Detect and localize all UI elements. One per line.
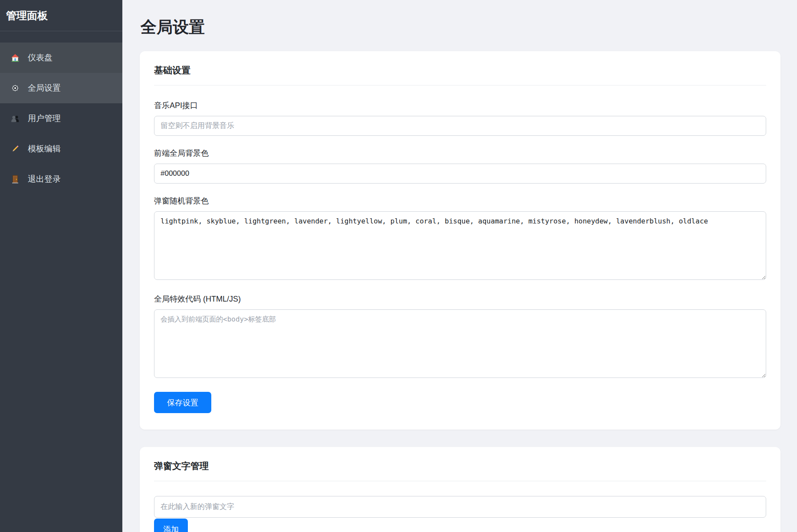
sidebar-item-label: 全局设置 xyxy=(28,82,61,94)
popup-colors-group: 弹窗随机背景色 lightpink, skyblue, lightgreen, … xyxy=(154,196,766,282)
sidebar-item-logout[interactable]: 退出登录 xyxy=(0,164,122,194)
add-popup-text-button[interactable]: 添加 xyxy=(154,519,188,532)
music-api-label: 音乐API接口 xyxy=(154,100,766,111)
global-effects-label: 全局特效代码 (HTML/JS) xyxy=(154,294,766,304)
popup-text-input[interactable] xyxy=(154,496,766,518)
door-icon xyxy=(10,174,20,184)
global-effects-group: 全局特效代码 (HTML/JS) xyxy=(154,294,766,380)
popup-colors-textarea[interactable]: lightpink, skyblue, lightgreen, lavender… xyxy=(154,211,766,280)
sidebar-item-dashboard[interactable]: 仪表盘 xyxy=(0,43,122,73)
popup-colors-label: 弹窗随机背景色 xyxy=(154,196,766,206)
app-title: 管理面板 xyxy=(0,0,122,31)
basic-settings-title: 基础设置 xyxy=(154,64,766,85)
sidebar: 管理面板 仪表盘 xyxy=(0,0,122,532)
sidebar-item-label: 模板编辑 xyxy=(28,143,61,154)
sidebar-item-label: 退出登录 xyxy=(28,174,61,185)
house-icon xyxy=(10,53,20,62)
save-settings-button[interactable]: 保存设置 xyxy=(154,392,211,413)
sidebar-item-template-edit[interactable]: 模板编辑 xyxy=(0,134,122,164)
global-effects-textarea[interactable] xyxy=(154,309,766,378)
users-icon xyxy=(10,114,20,123)
sidebar-item-label: 用户管理 xyxy=(28,113,61,124)
page-title: 全局设置 xyxy=(141,16,781,38)
sidebar-menu: 仪表盘 全局设置 xyxy=(0,43,122,194)
sidebar-item-label: 仪表盘 xyxy=(28,52,52,63)
pencil-icon xyxy=(10,144,20,154)
bg-color-label: 前端全局背景色 xyxy=(154,148,766,158)
sidebar-item-global-settings[interactable]: 全局设置 xyxy=(0,73,122,103)
bg-color-input[interactable] xyxy=(154,164,766,184)
sidebar-item-user-management[interactable]: 用户管理 xyxy=(0,103,122,134)
main-content: 全局设置 基础设置 音乐API接口 前端全局背景色 弹窗随机背景色 lightp… xyxy=(122,0,797,532)
basic-settings-card: 基础设置 音乐API接口 前端全局背景色 弹窗随机背景色 lightpink, … xyxy=(140,51,781,430)
bg-color-group: 前端全局背景色 xyxy=(154,148,766,184)
music-api-group: 音乐API接口 xyxy=(154,100,766,136)
music-api-input[interactable] xyxy=(154,116,766,136)
popup-text-card: 弹窗文字管理 添加 xyxy=(140,447,781,532)
gear-icon xyxy=(10,83,20,93)
popup-text-title: 弹窗文字管理 xyxy=(154,460,766,481)
